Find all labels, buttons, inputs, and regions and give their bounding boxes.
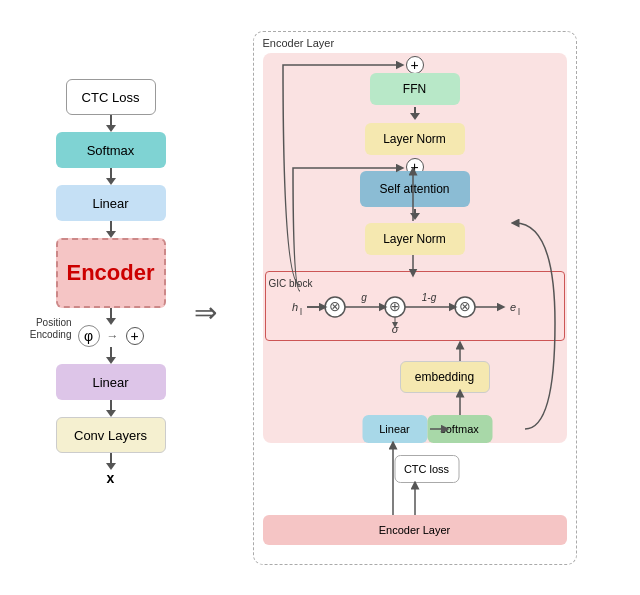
spiral-icon: φ [78, 325, 100, 347]
arrow-line [110, 221, 112, 231]
ffn-box: FFN [370, 73, 460, 105]
arrow-down [106, 231, 116, 238]
softmax-label: Softmax [87, 143, 135, 158]
svg-text:e: e [509, 301, 515, 313]
conv-layers-box: Conv Layers [56, 417, 166, 453]
arrow-down [106, 357, 116, 364]
encoder-layer-bottom-box: Encoder Layer [263, 515, 567, 545]
arrow-line [110, 308, 112, 318]
right-side: Encoder Layer + FFN Layer Norm + [245, 23, 585, 573]
svg-text:l: l [300, 307, 302, 317]
left-side: CTC Loss Softmax Linear Encoder [56, 79, 166, 486]
big-arrow: ⇒ [194, 296, 217, 329]
softmax-box: Softmax [56, 132, 166, 168]
arrow-line [110, 453, 112, 463]
connector-3 [106, 221, 116, 238]
arrow-ln2 [410, 209, 420, 220]
diagram-container: CTC Loss Softmax Linear Encoder [0, 0, 640, 595]
x-label: x [107, 470, 115, 486]
ctc-loss-small-label: CTC loss [404, 463, 449, 475]
arrow-down [106, 410, 116, 417]
arrow-down [106, 318, 116, 325]
layer-norm-2-label: Layer Norm [383, 232, 446, 246]
connector-2 [106, 168, 116, 185]
plus-circle: + [126, 327, 144, 345]
embedding-label: embedding [415, 370, 474, 384]
connector-6 [106, 400, 116, 417]
svg-text:⊗: ⊗ [459, 298, 471, 314]
arrow-down [106, 463, 116, 470]
connector-5 [106, 347, 116, 364]
connector-7 [106, 453, 116, 470]
arrow-down [106, 125, 116, 132]
linear-top-box: Linear [56, 185, 166, 221]
linear-small-box: Linear [362, 415, 427, 443]
svg-text:h: h [291, 301, 297, 313]
arrow-line [110, 347, 112, 357]
plus-circle-top: + [406, 56, 424, 74]
arrow-down [106, 178, 116, 185]
arrow-ln1 [410, 107, 420, 120]
x-label-area: x [107, 470, 115, 486]
softmax-small-label: softmax [440, 423, 479, 435]
layer-norm-1-box: Layer Norm [365, 123, 465, 155]
conv-layers-label: Conv Layers [74, 428, 147, 443]
layer-norm-2-box: Layer Norm [365, 223, 465, 255]
self-attention-label: Self attention [379, 182, 449, 196]
linear-small-label: Linear [379, 423, 410, 435]
encoder-box: Encoder [56, 238, 166, 308]
svg-text:⊕: ⊕ [389, 298, 401, 314]
position-encoding-label: Position Encoding [10, 317, 72, 341]
self-attention-box: Self attention [360, 171, 470, 207]
encoder-layer-label-top: Encoder Layer [263, 37, 335, 49]
encoder-label: Encoder [66, 260, 154, 286]
linear-bottom-box: Linear [56, 364, 166, 400]
arrow-right-small: → [107, 329, 119, 343]
svg-text:1-g: 1-g [421, 292, 436, 303]
ffn-label: FFN [403, 82, 426, 96]
arrow-line [110, 115, 112, 125]
plus-top-area: + [406, 56, 424, 74]
ctc-loss-label: CTC Loss [82, 90, 140, 105]
linear-bottom-label: Linear [92, 375, 128, 390]
embedding-box: embedding [400, 361, 490, 393]
softmax-small-box: softmax [427, 415, 492, 443]
gic-svg: ⊗ ⊕ ⊗ g 1-g σ h l e l [265, 271, 565, 343]
svg-text:g: g [361, 292, 367, 303]
connector-1 [106, 115, 116, 132]
arrow-line [110, 400, 112, 410]
connector-4 [106, 308, 116, 325]
encoder-layer-bottom-label: Encoder Layer [379, 524, 451, 536]
ctc-loss-small-box: CTC loss [394, 455, 459, 483]
pos-enc-row: Position Encoding φ → + [78, 325, 144, 347]
linear-top-label: Linear [92, 196, 128, 211]
ctc-loss-box: CTC Loss [66, 79, 156, 115]
arrow-line [110, 168, 112, 178]
svg-text:⊗: ⊗ [329, 298, 341, 314]
layer-norm-1-label: Layer Norm [383, 132, 446, 146]
svg-text:l: l [518, 307, 520, 317]
